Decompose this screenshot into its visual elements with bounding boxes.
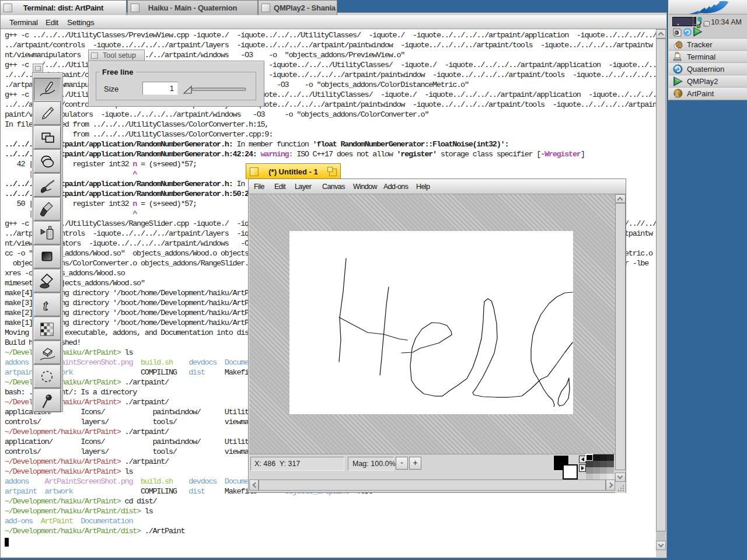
svg-text:A: A [675,92,679,99]
svg-text:t: t [43,298,48,313]
